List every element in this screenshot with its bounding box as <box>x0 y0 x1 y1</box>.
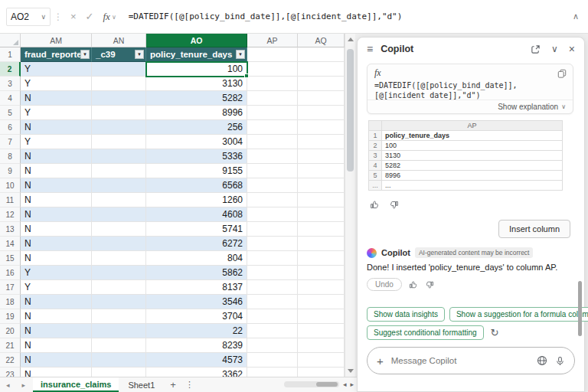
row-header-14[interactable]: 14 <box>0 237 21 251</box>
cell-AO20[interactable]: 22 <box>146 324 247 338</box>
cell-AP6[interactable] <box>247 120 298 135</box>
cell-AN5[interactable] <box>92 106 146 120</box>
cell-AN7[interactable] <box>92 135 146 149</box>
column-header-AM[interactable]: AM <box>21 34 92 47</box>
cell-AO4[interactable]: 5282 <box>146 91 247 106</box>
cell-AO8[interactable]: 5336 <box>146 149 247 164</box>
cell-AM15[interactable]: N <box>21 251 92 266</box>
cell-AN16[interactable] <box>92 266 146 280</box>
show-explanation-link[interactable]: Show explanation ∨ <box>368 100 573 113</box>
cell-AO19[interactable]: 3704 <box>146 309 247 324</box>
sheet-tab-sheet1[interactable]: Sheet1 <box>120 377 162 392</box>
add-sheet-icon[interactable]: + <box>170 379 176 390</box>
cell-AM10[interactable]: N <box>21 178 92 193</box>
cell-AO21[interactable]: 8239 <box>146 338 247 353</box>
cell-AP1[interactable] <box>247 47 298 62</box>
column-header-AN[interactable]: AN <box>92 34 146 47</box>
cell-AN19[interactable] <box>92 309 146 324</box>
row-header-6[interactable]: 6 <box>0 120 21 135</box>
cell-AP15[interactable] <box>247 251 298 266</box>
row-header-22[interactable]: 22 <box>0 353 21 368</box>
thumbs-up-icon[interactable] <box>409 280 418 289</box>
row-header-18[interactable]: 18 <box>0 295 21 309</box>
scroll-down-icon[interactable] <box>348 369 354 373</box>
cell-AP4[interactable] <box>247 91 298 106</box>
cell-AO12[interactable]: 4608 <box>146 207 247 222</box>
undo-button[interactable]: Undo <box>367 278 402 291</box>
cell-AP13[interactable] <box>247 222 298 237</box>
table-header-cell-AM1[interactable]: fraud_reported▼ <box>21 47 92 62</box>
cell-AO18[interactable]: 3546 <box>146 295 247 309</box>
cell-AO11[interactable]: 1260 <box>146 193 247 207</box>
cell-AM16[interactable]: Y <box>21 266 92 280</box>
cell-AP9[interactable] <box>247 164 298 178</box>
cell-AO13[interactable]: 5741 <box>146 222 247 237</box>
cell-AN12[interactable] <box>92 207 146 222</box>
suggestion-conditional-formatting[interactable]: Suggest conditional formatting <box>367 325 484 340</box>
cell-AQ21[interactable] <box>298 338 345 353</box>
cell-AN21[interactable] <box>92 338 146 353</box>
fill-handle[interactable] <box>244 74 249 78</box>
column-header-AP[interactable]: AP <box>247 34 298 47</box>
row-header-13[interactable]: 13 <box>0 222 21 237</box>
sheet-nav-left-icon[interactable]: ◂ <box>6 381 14 389</box>
cell-AQ2[interactable] <box>298 62 345 77</box>
horizontal-scrollbar[interactable]: ◂ ▸ <box>284 381 354 388</box>
sheet-nav-right-icon[interactable]: ▸ <box>22 381 30 389</box>
cell-AQ5[interactable] <box>298 106 345 120</box>
cell-AQ11[interactable] <box>298 193 345 207</box>
attach-icon[interactable]: + <box>377 354 384 368</box>
cell-AM4[interactable]: N <box>21 91 92 106</box>
row-header-12[interactable]: 12 <box>0 207 21 222</box>
confirm-icon[interactable]: ✓ <box>86 11 94 22</box>
cell-AN18[interactable] <box>92 295 146 309</box>
cell-AN4[interactable] <box>92 91 146 106</box>
cell-AQ8[interactable] <box>298 149 345 164</box>
cell-AM22[interactable]: N <box>21 353 92 368</box>
cell-AM6[interactable]: N <box>21 120 92 135</box>
cell-AO5[interactable]: 8996 <box>146 106 247 120</box>
cell-AN8[interactable] <box>92 149 146 164</box>
sheet-tab-insurance-claims[interactable]: insurance_claims <box>33 377 119 392</box>
thumbs-down-icon[interactable] <box>389 200 399 210</box>
row-header-3[interactable]: 3 <box>0 77 21 91</box>
name-box[interactable]: AO2 ∨ <box>6 8 51 26</box>
cell-AP7[interactable] <box>247 135 298 149</box>
globe-icon[interactable] <box>537 355 547 366</box>
cell-AM19[interactable]: N <box>21 309 92 324</box>
cell-AQ15[interactable] <box>298 251 345 266</box>
cell-AQ1[interactable] <box>298 47 345 62</box>
name-box-resize-icon[interactable]: ⋮ <box>54 11 63 22</box>
vertical-scrollbar[interactable] <box>345 34 355 377</box>
cell-AP8[interactable] <box>247 149 298 164</box>
select-all-corner[interactable] <box>0 34 21 47</box>
cell-AN6[interactable] <box>92 120 146 135</box>
row-header-15[interactable]: 15 <box>0 251 21 266</box>
cell-AN11[interactable] <box>92 193 146 207</box>
thumbs-up-icon[interactable] <box>370 200 380 210</box>
cell-AM3[interactable]: Y <box>21 77 92 91</box>
row-header-10[interactable]: 10 <box>0 178 21 193</box>
cell-AN20[interactable] <box>92 324 146 338</box>
horizontal-scrollbar-track[interactable] <box>284 381 339 387</box>
cell-AQ17[interactable] <box>298 280 345 295</box>
cell-AP5[interactable] <box>247 106 298 120</box>
row-header-23[interactable]: 23 <box>0 368 21 377</box>
popout-icon[interactable] <box>531 44 541 54</box>
cell-AP17[interactable] <box>247 280 298 295</box>
horizontal-scrollbar-thumb[interactable] <box>316 382 338 387</box>
table-header-cell-AN1[interactable]: _c39▼ <box>92 47 146 62</box>
cell-AP12[interactable] <box>247 207 298 222</box>
cell-AQ20[interactable] <box>298 324 345 338</box>
row-header-5[interactable]: 5 <box>0 106 21 120</box>
cell-AM8[interactable]: N <box>21 149 92 164</box>
row-header-4[interactable]: 4 <box>0 91 21 106</box>
cell-AQ12[interactable] <box>298 207 345 222</box>
row-header-16[interactable]: 16 <box>0 266 21 280</box>
cell-AQ18[interactable] <box>298 295 345 309</box>
cell-AN17[interactable] <box>92 280 146 295</box>
table-header-cell-AO1[interactable]: policy_tenure_days▼ <box>146 47 247 62</box>
microphone-icon[interactable] <box>555 356 565 366</box>
scroll-right-icon[interactable]: ▸ <box>350 381 354 388</box>
cell-AQ7[interactable] <box>298 135 345 149</box>
